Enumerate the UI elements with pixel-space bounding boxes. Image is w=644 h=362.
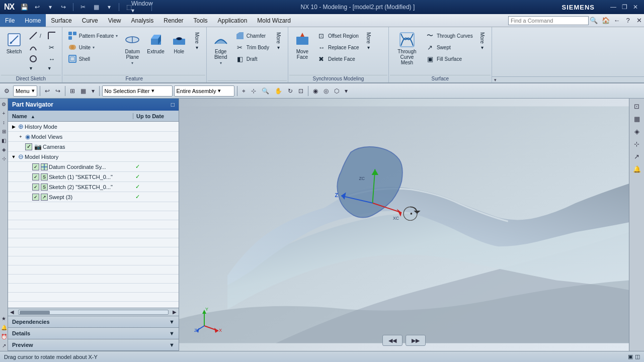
left-icon2[interactable]: + — [1, 110, 8, 117]
undo-icon[interactable]: ↩ — [32, 2, 42, 12]
view-btn1[interactable]: ⊞ — [68, 85, 77, 97]
trim-body-button[interactable]: ✂ Trim Body — [233, 42, 272, 53]
snap-btn[interactable]: ⌖ — [240, 85, 248, 97]
search-icon[interactable]: 🔍 — [589, 16, 599, 26]
tree-item-model-views[interactable]: + ◉ Model Views — [8, 132, 179, 142]
left-icon9[interactable]: 🔔 — [1, 324, 8, 331]
left-icon7[interactable]: ⊹ — [1, 155, 8, 162]
status-icon2[interactable]: ◫ — [635, 353, 640, 360]
details-header[interactable]: Details ▼ — [8, 328, 179, 339]
right-icon5[interactable]: ↗ — [631, 151, 643, 162]
back-icon[interactable]: ← — [612, 16, 622, 26]
view-btn3[interactable]: ▾ — [90, 85, 97, 97]
sketch2-checkbox1[interactable]: ✓ — [32, 184, 39, 191]
right-icon1[interactable]: ⊡ — [631, 101, 643, 112]
view-btn2[interactable]: ▦ — [78, 85, 88, 97]
tree-item-model-history[interactable]: ▼ ⊖ Model History — [8, 152, 179, 162]
window-dropdown-icon[interactable]: Window ▾ — [137, 2, 147, 12]
wireframe-btn[interactable]: ◎ — [321, 85, 331, 97]
orient-btn[interactable]: ⊹ — [249, 85, 258, 97]
menu-item-render[interactable]: Render — [158, 14, 188, 27]
close-window-icon[interactable]: ✕ — [634, 16, 644, 26]
nav-pin-icon[interactable]: □ — [171, 101, 175, 108]
trim-tool[interactable]: ✂ — [45, 42, 59, 53]
tree-item-sketch2[interactable]: ✓ S Sketch (2) "SKETCH_0..." ✓ — [8, 182, 179, 192]
display-dropdown-icon[interactable]: ▾ — [104, 2, 114, 12]
right-icon4[interactable]: ⊹ — [631, 138, 643, 149]
swept3-checkbox1[interactable]: ✓ — [32, 194, 39, 201]
minimize-button[interactable]: — — [609, 3, 618, 12]
sketch1-checkbox1[interactable]: ✓ — [32, 173, 39, 180]
menu-item-surface[interactable]: Surface — [46, 14, 76, 27]
edge-blend-more-button[interactable]: More ▾ — [273, 30, 285, 52]
close-button[interactable]: ✕ — [631, 3, 640, 12]
tree-item-datum-coord[interactable]: ✓ Datum Coordinate Sy... ✓ — [8, 162, 179, 172]
nav-forward-button[interactable]: ▶▶ — [406, 335, 426, 346]
model-history-expander[interactable]: ▼ — [10, 154, 17, 159]
right-icon2[interactable]: ▦ — [631, 113, 643, 124]
replace-face-button[interactable]: ↔ Replace Face — [314, 42, 362, 53]
redo-icon[interactable]: ↪ — [58, 2, 68, 12]
hscroll-track[interactable] — [18, 310, 169, 315]
status-icon1[interactable]: ▣ — [628, 353, 633, 360]
menu-item-file[interactable]: File — [0, 14, 20, 27]
datum-checkbox1[interactable]: ✓ — [32, 163, 39, 170]
pattern-dropdown[interactable]: ▾ — [116, 34, 118, 38]
extrude-button[interactable]: Extrude — [144, 30, 167, 56]
menu-item-view[interactable]: View — [103, 14, 126, 27]
right-icon3[interactable]: ◈ — [631, 126, 643, 137]
arc-tool[interactable] — [26, 42, 44, 53]
pattern-feature-button[interactable]: Pattern Feature ▾ — [65, 30, 120, 41]
left-icon4[interactable]: ⊞ — [1, 128, 8, 135]
draft-button[interactable]: ◧ Draft — [233, 53, 272, 64]
more-sketch[interactable]: ▼ — [26, 65, 44, 72]
menu-item-analysis[interactable]: Analysis — [126, 14, 159, 27]
fillet-tool[interactable] — [45, 30, 59, 41]
history-mode-expander[interactable]: ▶ — [10, 124, 17, 129]
hole-button[interactable]: Hole — [168, 30, 190, 56]
unite-button[interactable]: Unite ▾ — [65, 42, 120, 53]
zoom-btn[interactable]: 🔍 — [260, 85, 271, 97]
edge-blend-button[interactable]: EdgeBlend ▾ — [210, 30, 232, 67]
left-icon3[interactable]: ↕ — [1, 119, 8, 126]
save-icon[interactable]: 💾 — [19, 2, 29, 12]
right-icon6[interactable]: 🔔 — [631, 163, 643, 174]
datum-plane-button[interactable]: DatumPlane ▾ — [121, 30, 143, 67]
help-icon[interactable]: ? — [623, 16, 633, 26]
redo-toolbar-btn[interactable]: ↪ — [53, 85, 62, 97]
sketch-button[interactable]: Sketch — [3, 30, 25, 56]
ribbon-expand[interactable]: ▾ — [492, 76, 644, 82]
shell-button[interactable]: Shell — [65, 53, 120, 64]
chamfer-button[interactable]: Chamfer — [233, 30, 272, 41]
swept3-checkbox2[interactable]: ↗ — [41, 194, 48, 201]
surface-more-button[interactable]: More ▾ — [476, 30, 489, 52]
left-icon10[interactable]: ⏰ — [1, 333, 8, 340]
left-icon11[interactable]: ↗ — [1, 342, 8, 349]
tree-item-sketch1[interactable]: ✓ S Sketch (1) "SKETCH_0..." ✓ — [8, 172, 179, 182]
left-icon1[interactable]: ⚙ — [1, 101, 8, 108]
offset-region-button[interactable]: ⊡ Offset Region — [314, 30, 362, 41]
pan-btn[interactable]: ✋ — [273, 85, 284, 97]
fill-surface-button[interactable]: ▣ Fill Surface — [423, 53, 475, 64]
preview-header[interactable]: Preview ▼ — [8, 339, 179, 350]
circle-tool[interactable] — [26, 53, 44, 64]
settings-button[interactable]: ⚙ — [2, 85, 12, 97]
cameras-checkbox[interactable]: ✓ — [25, 143, 32, 150]
through-curve-mesh-button[interactable]: ThroughCurve Mesh — [392, 30, 422, 67]
tree-item-history-mode[interactable]: ▶ ⊕ History Mode — [8, 122, 179, 132]
feature-more-button[interactable]: More ▾ — [191, 30, 203, 52]
tree-item-swept3[interactable]: ✓ ↗ Swept (3) ✓ — [8, 192, 179, 202]
delete-face-button[interactable]: ✖ Delete Face — [314, 53, 362, 64]
left-icon5[interactable]: ◧ — [1, 137, 8, 144]
hscroll-thumb[interactable] — [20, 311, 50, 315]
datum-checkbox2[interactable] — [41, 163, 48, 170]
selection-filter-dropdown[interactable]: No Selection Filter ▾ — [102, 85, 173, 97]
dimension-tool[interactable]: ↔ — [45, 53, 59, 64]
nav-back-button[interactable]: ◀◀ — [382, 335, 403, 346]
undo-dropdown-icon[interactable]: ▾ — [45, 2, 55, 12]
restore-button[interactable]: ❐ — [620, 3, 629, 12]
menu-item-application[interactable]: Application — [213, 14, 253, 27]
rotate-btn[interactable]: ↻ — [286, 85, 295, 97]
menu-item-mold-wizard[interactable]: Mold Wizard — [252, 14, 296, 27]
line-tool[interactable]: / — [26, 30, 44, 41]
